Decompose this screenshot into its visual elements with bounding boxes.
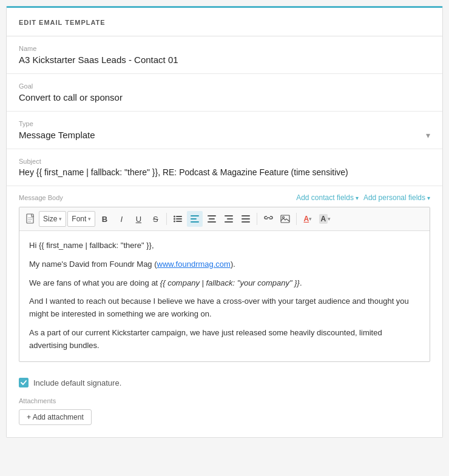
add-contact-fields-button[interactable]: Add contact fields ▾ xyxy=(296,193,359,202)
editor-content-area[interactable]: Hi {{ first_name | fallback: "there" }},… xyxy=(19,231,430,361)
goal-value: Convert to call or sponsor xyxy=(19,92,430,102)
image-button[interactable] xyxy=(277,211,293,227)
attachments-section: Attachments + Add attachment xyxy=(7,397,442,437)
subject-section: Subject Hey {{ first_name | fallback: "t… xyxy=(7,149,442,186)
size-label: Size xyxy=(43,215,57,223)
underline-button[interactable]: U xyxy=(130,211,146,227)
svg-point-4 xyxy=(174,216,175,218)
add-personal-fields-label: Add personal fields xyxy=(363,193,425,202)
svg-rect-15 xyxy=(208,221,216,223)
font-select[interactable]: Font ▾ xyxy=(67,211,95,227)
unordered-list-button[interactable] xyxy=(170,211,186,227)
svg-rect-16 xyxy=(224,215,233,216)
highlight-button[interactable]: A ▾ xyxy=(317,211,333,227)
editor-container: Size ▾ Font ▾ B I U S xyxy=(19,207,430,362)
strikethrough-button[interactable]: S xyxy=(147,211,163,227)
name-label: Name xyxy=(19,45,430,52)
font-color-button[interactable]: A ▾ xyxy=(300,211,316,227)
type-select-wrapper[interactable]: Message Template ▾ xyxy=(19,130,430,140)
type-value: Message Template xyxy=(19,130,95,140)
svg-rect-20 xyxy=(241,218,250,220)
card-header: EDIT EMAIL TEMPLATE xyxy=(7,8,442,36)
name-section: Name A3 Kickstarter Saas Leads - Contact… xyxy=(7,36,442,74)
type-section[interactable]: Type Message Template ▾ xyxy=(7,112,442,149)
add-contact-fields-label: Add contact fields xyxy=(296,193,354,202)
highlight-icon: A xyxy=(319,214,328,224)
justify-button[interactable] xyxy=(238,211,254,227)
size-select[interactable]: Size ▾ xyxy=(39,211,66,227)
svg-rect-11 xyxy=(191,218,197,220)
font-color-icon: A xyxy=(304,215,309,223)
company-field: {{ company | fallback: "your company" }} xyxy=(160,278,300,287)
svg-rect-0 xyxy=(27,214,33,223)
svg-rect-10 xyxy=(191,215,199,216)
editor-toolbar: Size ▾ Font ▾ B I U S xyxy=(19,207,430,231)
content-line-5: It's not normally available and would en… xyxy=(29,358,420,361)
content-line-2: We are fans of what you are doing at {{ … xyxy=(29,277,420,290)
bold-button[interactable]: B xyxy=(96,211,112,227)
svg-rect-17 xyxy=(227,218,233,220)
add-attachment-label: + Add attachment xyxy=(27,413,84,421)
message-body-label: Message Body xyxy=(19,194,63,201)
svg-rect-19 xyxy=(241,215,250,216)
chevron-down-icon: ▾ xyxy=(426,130,430,140)
svg-rect-14 xyxy=(209,218,215,220)
attachments-label: Attachments xyxy=(19,397,430,404)
toolbar-divider-1 xyxy=(166,213,167,225)
message-body-header: Message Body Add contact fields ▾ Add pe… xyxy=(19,186,430,207)
highlight-arrow-icon: ▾ xyxy=(328,216,331,222)
svg-rect-21 xyxy=(241,221,250,223)
svg-rect-13 xyxy=(208,215,216,216)
font-color-arrow-icon: ▾ xyxy=(309,216,312,222)
content-line-0: Hi {{ first_name | fallback: "there" }}, xyxy=(29,240,420,252)
goal-section: Goal Convert to call or sponsor xyxy=(7,74,442,112)
signature-checkbox[interactable] xyxy=(19,378,29,387)
content-line-4: As a part of our current Kickstarter cam… xyxy=(29,327,420,352)
toolbar-divider-3 xyxy=(296,213,297,225)
align-center-button[interactable] xyxy=(204,211,220,227)
page-title: EDIT EMAIL TEMPLATE xyxy=(19,19,106,26)
subject-value: Hey {{ first_name | fallback: "there" }}… xyxy=(19,167,430,177)
svg-rect-23 xyxy=(281,215,289,223)
toolbar-divider-2 xyxy=(257,213,257,225)
goal-label: Goal xyxy=(19,82,430,90)
edit-email-template-card: EDIT EMAIL TEMPLATE Name A3 Kickstarter … xyxy=(6,6,443,438)
svg-point-8 xyxy=(174,221,175,223)
add-personal-fields-button[interactable]: Add personal fields ▾ xyxy=(363,193,430,202)
align-right-button[interactable] xyxy=(221,211,237,227)
content-line-3: And I wanted to reach out because I beli… xyxy=(29,295,420,321)
chevron-down-icon: ▾ xyxy=(356,195,359,201)
svg-point-6 xyxy=(174,218,175,220)
signature-label: Include default signature. xyxy=(33,378,121,387)
svg-rect-18 xyxy=(224,221,233,223)
link-button[interactable] xyxy=(260,211,276,227)
message-body-section: Message Body Add contact fields ▾ Add pe… xyxy=(7,186,442,368)
name-value: A3 Kickstarter Saas Leads - Contact 01 xyxy=(19,55,430,65)
content-line-1: My name's David from Foundr Mag (www.fou… xyxy=(29,258,420,271)
message-body-actions: Add contact fields ▾ Add personal fields… xyxy=(296,193,430,202)
italic-button[interactable]: I xyxy=(113,211,129,227)
font-chevron-icon: ▾ xyxy=(88,216,91,222)
type-label: Type xyxy=(19,120,430,127)
document-icon[interactable] xyxy=(24,211,38,227)
add-attachment-button[interactable]: + Add attachment xyxy=(19,409,92,425)
align-left-button[interactable] xyxy=(187,211,203,227)
font-label: Font xyxy=(72,215,86,223)
svg-rect-5 xyxy=(176,216,182,217)
svg-rect-9 xyxy=(176,221,182,222)
svg-rect-12 xyxy=(191,221,199,223)
signature-row: Include default signature. xyxy=(7,368,442,397)
subject-label: Subject xyxy=(19,158,430,165)
size-chevron-icon: ▾ xyxy=(59,216,62,222)
svg-rect-7 xyxy=(176,218,182,220)
foundr-link[interactable]: www.foundrmag.com xyxy=(157,260,231,269)
chevron-down-icon: ▾ xyxy=(427,195,430,201)
